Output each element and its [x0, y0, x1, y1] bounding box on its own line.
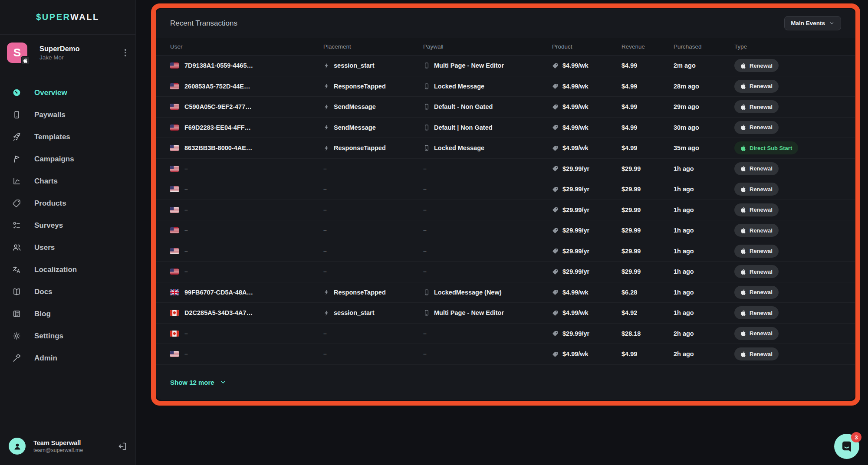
type-cell: Renewal [734, 327, 841, 340]
sidebar-item-surveys[interactable]: Surveys [5, 214, 130, 236]
revenue-cell: $4.99 [621, 62, 674, 69]
phone-icon [423, 62, 430, 69]
empty-value: – [323, 165, 327, 172]
logo-prefix: $UPER [36, 12, 70, 22]
table-row[interactable]: – – – $4.99/wk $4.99 2h ago Renewal [156, 344, 855, 365]
chevron-down-icon [220, 379, 227, 386]
flag-icon [12, 154, 21, 164]
type-label: Renewal [750, 248, 773, 254]
apple-icon [740, 289, 746, 295]
tag-icon [552, 124, 559, 131]
flag-us-icon [170, 227, 179, 233]
product-cell: $4.99/wk [552, 350, 621, 357]
type-badge: Renewal [734, 286, 779, 299]
sidebar-item-localization[interactable]: Localization [5, 259, 130, 281]
table-row[interactable]: C590A05C-9EF2-477… SendMessage Default -… [156, 97, 855, 118]
account-footer[interactable]: Team Superwall team@superwall.me [0, 427, 135, 465]
table-row[interactable]: 8632BB3B-8000-4AE… ResponseTapped Locked… [156, 138, 855, 159]
user-id: 7D9138A1-0559-4465… [184, 62, 253, 69]
type-cell: Renewal [734, 100, 841, 113]
type-badge: Renewal [734, 245, 779, 258]
bolt-icon [323, 145, 330, 151]
revenue-value: $29.99 [621, 206, 641, 213]
sidebar-item-campaigns[interactable]: Campaigns [5, 148, 130, 170]
purchased-time: 2h ago [674, 330, 694, 337]
purchased-time: 1h ago [674, 227, 694, 234]
paywall-cell: – [423, 227, 552, 234]
table-row[interactable]: 260853A5-752D-44E… ResponseTapped Locked… [156, 76, 855, 97]
purchased-time: 1h ago [674, 268, 694, 275]
table-row[interactable]: 7D9138A1-0559-4465… session_start Multi … [156, 56, 855, 76]
workspace-switcher[interactable]: S SuperDemo Jake Mor [0, 35, 135, 71]
sidebar-item-label: Blog [34, 310, 51, 318]
sidebar-item-admin[interactable]: Admin [5, 347, 130, 369]
product-cell: $29.99/yr [552, 248, 621, 255]
sidebar-item-blog[interactable]: Blog [5, 303, 130, 325]
product-cell: $29.99/yr [552, 186, 621, 193]
bolt-icon [323, 124, 330, 131]
table-row[interactable]: – – – $29.99/yr $29.99 1h ago Renewal [156, 200, 855, 221]
bolt-icon [323, 83, 330, 89]
type-cell: Renewal [734, 183, 841, 196]
placement-cell: session_start [323, 309, 423, 316]
sidebar-item-users[interactable]: Users [5, 236, 130, 259]
table-row[interactable]: – – – $29.99/yr $29.99 1h ago Renewal [156, 241, 855, 262]
phone-icon [423, 83, 430, 90]
type-cell: Renewal [734, 286, 841, 299]
logout-icon[interactable] [117, 441, 128, 452]
table-row[interactable]: 99FB6707-CD5A-48A… ResponseTapped Locked… [156, 282, 855, 303]
sidebar-item-templates[interactable]: Templates [5, 126, 130, 148]
sidebar-item-overview[interactable]: Overview [5, 82, 130, 104]
chevron-down-icon [829, 20, 835, 26]
column-header-type: Type [734, 43, 841, 50]
table-row[interactable]: – – – $29.99/yr $28.18 2h ago Renewal [156, 324, 855, 344]
empty-value: – [184, 227, 188, 234]
show-more-label: Show 12 more [170, 379, 214, 386]
revenue-cell: $4.99 [621, 144, 674, 151]
placement-name: ResponseTapped [334, 144, 386, 151]
show-more-button[interactable]: Show 12 more [170, 379, 227, 386]
table-row[interactable]: – – – $29.99/yr $29.99 1h ago Renewal [156, 179, 855, 200]
placement-cell: ResponseTapped [323, 83, 423, 90]
sidebar-item-paywalls[interactable]: Paywalls [5, 104, 130, 126]
sidebar-item-products[interactable]: Products [5, 192, 130, 214]
purchased-cell: 1h ago [674, 227, 734, 234]
paywall-cell: – [423, 186, 552, 193]
empty-value: – [323, 268, 327, 275]
product-cell: $4.99/wk [552, 289, 621, 296]
type-badge: Renewal [734, 183, 779, 196]
purchased-time: 29m ago [674, 103, 699, 110]
table-row[interactable]: – – – $29.99/yr $29.99 1h ago Renewal [156, 220, 855, 241]
logo-row: $UPERWALL [0, 0, 135, 35]
paywall-cell: – [423, 165, 552, 172]
placement-cell: SendMessage [323, 124, 423, 131]
product-price: $4.99/wk [562, 309, 589, 316]
table-row[interactable]: D2C285A5-34D3-4A7… session_start Multi P… [156, 303, 855, 324]
empty-value: – [323, 186, 327, 193]
tag-icon [552, 289, 559, 295]
flag-us-icon [170, 62, 179, 69]
sidebar-item-settings[interactable]: Settings [5, 325, 130, 347]
flag-us-icon [170, 186, 179, 192]
placement-cell: ResponseTapped [323, 289, 423, 296]
sidebar-item-docs[interactable]: Docs [5, 281, 130, 303]
table-row[interactable]: – – – $29.99/yr $29.99 1h ago Renewal [156, 262, 855, 282]
product-price: $29.99/yr [562, 227, 589, 234]
tag-icon [552, 227, 559, 234]
product-price: $29.99/yr [562, 186, 589, 193]
revenue-value: $29.99 [621, 268, 641, 275]
product-price: $4.99/wk [562, 144, 589, 151]
table-row[interactable]: F69D2283-EE04-4FF… SendMessage Default |… [156, 118, 855, 138]
chat-launcher[interactable]: 3 [834, 434, 859, 459]
table-row[interactable]: – – – $29.99/yr $29.99 1h ago Renewal [156, 159, 855, 180]
purchased-cell: 30m ago [674, 124, 734, 131]
main-events-dropdown[interactable]: Main Events [784, 16, 841, 30]
purchased-cell: 1h ago [674, 248, 734, 255]
tag-icon [552, 145, 559, 151]
apple-icon [740, 83, 746, 89]
product-price: $29.99/yr [562, 248, 589, 255]
workspace-menu-icon[interactable] [122, 48, 129, 58]
sidebar-item-charts[interactable]: Charts [5, 170, 130, 192]
purchased-time: 35m ago [674, 144, 699, 151]
paywall-cell: – [423, 350, 552, 357]
